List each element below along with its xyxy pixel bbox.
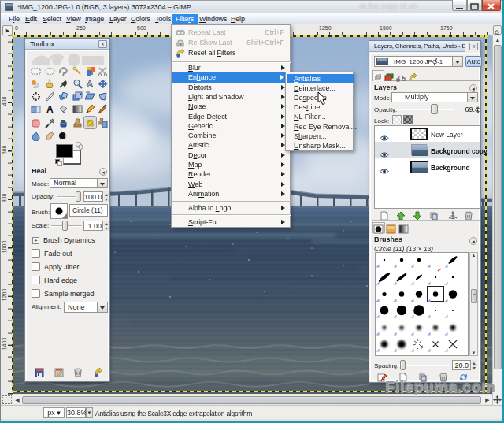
svg-text:A: A bbox=[46, 104, 54, 114]
